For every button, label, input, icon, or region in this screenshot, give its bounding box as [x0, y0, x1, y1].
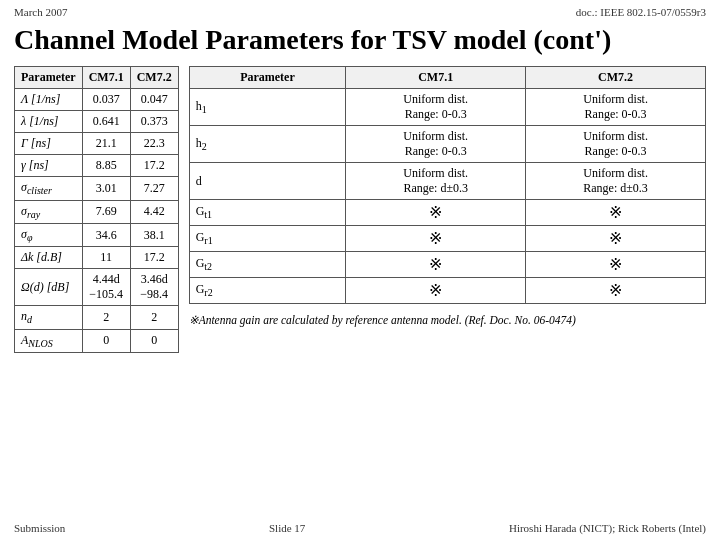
table-row: σclister [15, 177, 83, 200]
table-row: ※ [526, 278, 706, 304]
table-row: Uniform dist.Range: 0-0.3 [346, 89, 526, 126]
table-row: 34.6 [82, 223, 130, 246]
table-row: Gr2 [189, 278, 346, 304]
table-row: γ [ns] [15, 155, 83, 177]
note-area: ※Antenna gain are calculated by referenc… [189, 312, 706, 328]
table-row: 38.1 [130, 223, 178, 246]
table-row: Uniform dist.Range: 0-0.3 [526, 89, 706, 126]
table-row: 21.1 [82, 133, 130, 155]
left-col-cm72: CM7.2 [130, 67, 178, 89]
table-row: ※ [346, 278, 526, 304]
table-row: 3.46d−98.4 [130, 269, 178, 306]
table-row: ※ [526, 200, 706, 226]
header-right: doc.: IEEE 802.15-07/0559r3 [576, 6, 706, 18]
table-row: 3.01 [82, 177, 130, 200]
table-row: Uniform dist.Range: d±0.3 [346, 163, 526, 200]
table-row: Gr1 [189, 226, 346, 252]
table-row: h1 [189, 89, 346, 126]
content-area: Parameter CM7.1 CM7.2 Λ [1/ns]0.0370.047… [0, 66, 720, 353]
table-row: 0.037 [82, 89, 130, 111]
table-row: 17.2 [130, 155, 178, 177]
table-row: ※ [526, 226, 706, 252]
right-col-param: Parameter [189, 67, 346, 89]
table-row: ※ [346, 200, 526, 226]
footer-right: Hiroshi Harada (NICT); Rick Roberts (Int… [509, 522, 706, 534]
footer: Submission Slide 17 Hiroshi Harada (NICT… [0, 522, 720, 534]
table-row: σφ [15, 223, 83, 246]
right-table: Parameter CM7.1 CM7.2 h1Uniform dist.Ran… [189, 66, 706, 304]
table-row: 0.047 [130, 89, 178, 111]
table-row: 2 [130, 306, 178, 329]
table-row: Uniform dist.Range: 0-0.3 [346, 126, 526, 163]
table-row: 8.85 [82, 155, 130, 177]
table-row: Ω(d) [dB] [15, 269, 83, 306]
table-row: ※ [346, 252, 526, 278]
table-row: 4.44d−105.4 [82, 269, 130, 306]
table-row: 0 [82, 329, 130, 352]
right-col-cm72: CM7.2 [526, 67, 706, 89]
table-row: ※ [346, 226, 526, 252]
table-row: 0 [130, 329, 178, 352]
table-row: nd [15, 306, 83, 329]
left-col-param: Parameter [15, 67, 83, 89]
table-row: Δk [d.B] [15, 247, 83, 269]
table-row: 7.27 [130, 177, 178, 200]
table-row: Λ [1/ns] [15, 89, 83, 111]
page-title: Channel Model Parameters for TSV model (… [0, 20, 720, 66]
table-row: Gt2 [189, 252, 346, 278]
table-row: 17.2 [130, 247, 178, 269]
table-row: Uniform dist.Range: 0-0.3 [526, 126, 706, 163]
table-row: Gt1 [189, 200, 346, 226]
table-row: 22.3 [130, 133, 178, 155]
left-col-cm71: CM7.1 [82, 67, 130, 89]
left-table-container: Parameter CM7.1 CM7.2 Λ [1/ns]0.0370.047… [14, 66, 179, 353]
table-row: 0.641 [82, 111, 130, 133]
table-row: 2 [82, 306, 130, 329]
footer-left: Submission [14, 522, 65, 534]
table-row: Uniform dist.Range: d±0.3 [526, 163, 706, 200]
table-row: 11 [82, 247, 130, 269]
table-row: λ [1/ns] [15, 111, 83, 133]
left-table: Parameter CM7.1 CM7.2 Λ [1/ns]0.0370.047… [14, 66, 179, 353]
table-row: σray [15, 200, 83, 223]
right-col-cm71: CM7.1 [346, 67, 526, 89]
table-row: 4.42 [130, 200, 178, 223]
table-row: d [189, 163, 346, 200]
header-left: March 2007 [14, 6, 67, 18]
table-row: ANLOS [15, 329, 83, 352]
table-row: 0.373 [130, 111, 178, 133]
table-row: ※ [526, 252, 706, 278]
table-row: h2 [189, 126, 346, 163]
table-row: Γ [ns] [15, 133, 83, 155]
footer-center: Slide 17 [269, 522, 305, 534]
table-row: 7.69 [82, 200, 130, 223]
right-section: Parameter CM7.1 CM7.2 h1Uniform dist.Ran… [189, 66, 706, 353]
